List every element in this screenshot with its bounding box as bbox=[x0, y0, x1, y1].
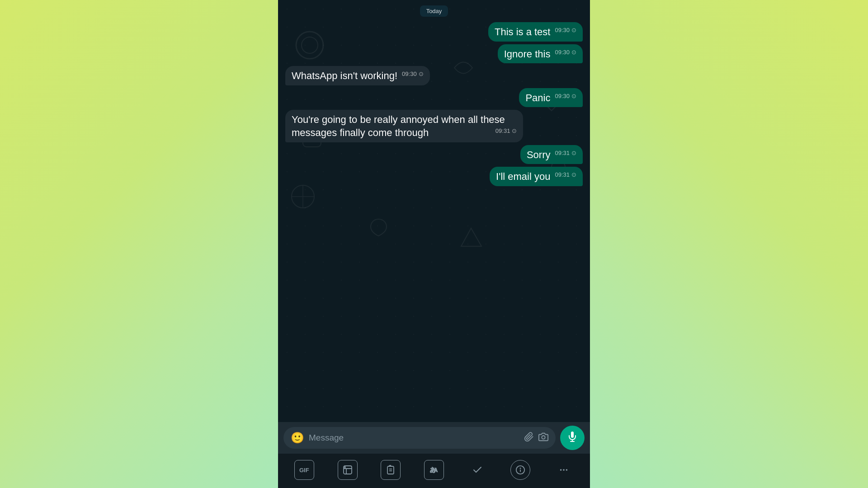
gif-button[interactable]: GIF bbox=[294, 460, 314, 480]
message-time: 09:30 bbox=[555, 49, 570, 56]
attach-icon[interactable] bbox=[524, 432, 534, 444]
mic-icon bbox=[567, 431, 578, 445]
message-text: This is a test bbox=[495, 26, 550, 38]
message-time: 09:30 bbox=[555, 27, 570, 34]
message-tick-icon: ⊙ bbox=[512, 127, 517, 135]
translate-button[interactable]: あ A bbox=[424, 460, 444, 480]
message-meta: 09:30 ⊙ bbox=[402, 70, 424, 78]
message-time: 09:30 bbox=[555, 93, 570, 100]
mic-button[interactable] bbox=[560, 426, 585, 450]
svg-text:A: A bbox=[434, 467, 438, 473]
message-text: WhatsApp isn't working! bbox=[292, 70, 397, 81]
message-text: Sorry bbox=[527, 149, 551, 160]
message-text: You're going to be really annoyed when a… bbox=[292, 114, 505, 138]
message-time: 09:31 bbox=[555, 171, 570, 179]
input-bar: 🙂 Message bbox=[278, 422, 590, 454]
more-button[interactable] bbox=[554, 460, 574, 480]
svg-point-22 bbox=[563, 469, 565, 471]
message-tick-icon: ⊙ bbox=[571, 93, 576, 100]
message-bubble: You're going to be really annoyed when a… bbox=[285, 110, 523, 142]
messages-list: Today This is a test 09:30 ⊙ Ignore this… bbox=[278, 0, 590, 422]
date-badge: Today bbox=[420, 5, 448, 17]
message-meta: 09:31 ⊙ bbox=[555, 171, 576, 179]
message-time: 09:31 bbox=[555, 150, 570, 157]
message-tick-icon: ⊙ bbox=[571, 27, 576, 34]
svg-point-23 bbox=[566, 469, 568, 471]
message-time: 09:30 bbox=[402, 70, 417, 78]
message-bubble: Panic 09:30 ⊙ bbox=[519, 88, 583, 108]
chat-window: Today This is a test 09:30 ⊙ Ignore this… bbox=[278, 0, 590, 488]
background-right bbox=[590, 0, 868, 488]
message-text: Ignore this bbox=[504, 48, 551, 60]
camera-icon[interactable] bbox=[538, 432, 548, 444]
bottom-toolbar: GIF あ A bbox=[278, 454, 590, 488]
message-time: 09:31 bbox=[495, 127, 510, 135]
message-bubble: WhatsApp isn't working! 09:30 ⊙ bbox=[285, 66, 430, 85]
background-left bbox=[0, 0, 278, 488]
message-bubble: Ignore this 09:30 ⊙ bbox=[498, 44, 583, 64]
message-bubble: I'll email you 09:31 ⊙ bbox=[490, 167, 583, 186]
message-input-container[interactable]: 🙂 Message bbox=[283, 427, 556, 449]
message-text: Panic bbox=[525, 92, 550, 103]
svg-point-12 bbox=[344, 467, 345, 468]
message-meta: 09:31 ⊙ bbox=[495, 127, 517, 135]
message-input[interactable]: Message bbox=[309, 433, 519, 443]
message-tick-icon: ⊙ bbox=[571, 171, 576, 179]
emoji-icon[interactable]: 🙂 bbox=[291, 432, 304, 444]
message-bubble: This is a test 09:30 ⊙ bbox=[488, 22, 583, 42]
svg-point-8 bbox=[542, 436, 545, 439]
info-button[interactable] bbox=[510, 460, 530, 480]
message-meta: 09:30 ⊙ bbox=[555, 27, 576, 34]
message-tick-icon: ⊙ bbox=[419, 70, 424, 78]
svg-point-21 bbox=[560, 469, 562, 471]
clipboard-button[interactable] bbox=[381, 460, 401, 480]
svg-rect-13 bbox=[387, 466, 394, 474]
checkmark-button[interactable] bbox=[467, 460, 487, 480]
message-meta: 09:30 ⊙ bbox=[555, 93, 576, 100]
message-text: I'll email you bbox=[496, 171, 550, 182]
message-tick-icon: ⊙ bbox=[571, 49, 576, 56]
message-meta: 09:31 ⊙ bbox=[555, 150, 576, 157]
sticker-button[interactable] bbox=[338, 460, 358, 480]
message-meta: 09:30 ⊙ bbox=[555, 49, 576, 56]
message-bubble: Sorry 09:31 ⊙ bbox=[520, 145, 583, 164]
message-tick-icon: ⊙ bbox=[571, 150, 576, 157]
